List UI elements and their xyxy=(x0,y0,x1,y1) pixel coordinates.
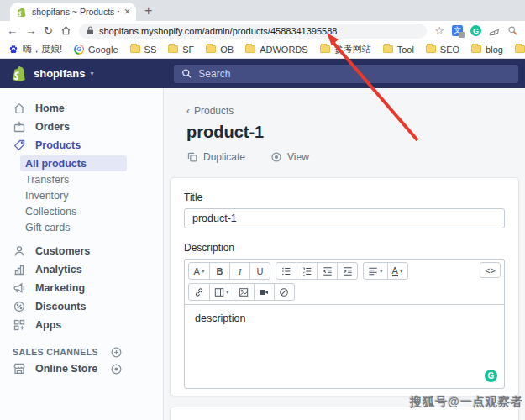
sidebar-item-products[interactable]: Products xyxy=(0,136,163,155)
browser-tab[interactable]: shopifans ~ Products ~ produ × xyxy=(10,3,136,21)
nav-label: Gift cards xyxy=(25,222,71,234)
color-label: A xyxy=(392,266,398,276)
bookmark-folder[interactable]: blog xyxy=(471,45,503,55)
folder-icon xyxy=(245,45,255,53)
nav-label: Orders xyxy=(35,121,70,133)
new-tab-button[interactable]: + xyxy=(144,4,152,18)
italic-button[interactable]: I xyxy=(229,263,249,279)
notebook-extension-icon[interactable] xyxy=(489,25,500,36)
translate-extension-icon[interactable]: 文 xyxy=(452,25,463,36)
sidebar-item-online-store[interactable]: Online Store xyxy=(0,360,163,378)
indent-button[interactable] xyxy=(337,263,357,279)
nav-label: Inventory xyxy=(25,190,68,202)
nav-label: Products xyxy=(35,139,81,151)
view-button[interactable]: View xyxy=(270,151,309,163)
products-tag-icon xyxy=(13,139,26,152)
products-subnav: All products Transfers Inventory Collect… xyxy=(0,155,163,235)
bookmark-folder[interactable]: SF xyxy=(168,45,194,55)
html-code-button[interactable]: <> xyxy=(480,262,501,278)
bookmark-folder[interactable]: SEO xyxy=(426,45,459,55)
breadcrumb[interactable]: ‹ Products xyxy=(186,105,518,117)
chevron-down-icon: ▾ xyxy=(202,268,205,275)
tab-title: shopifans ~ Products ~ produ xyxy=(32,7,119,17)
home-nav-icon xyxy=(13,102,26,115)
sidebar-item-inventory[interactable]: Inventory xyxy=(20,187,127,203)
bookmark-label: OB xyxy=(220,45,234,55)
bookmark-label: ADWORDS xyxy=(260,45,307,55)
format-dropdown[interactable]: A▾ xyxy=(189,263,209,279)
insert-image-button[interactable] xyxy=(234,284,254,300)
bookmark-folder[interactable]: Tool xyxy=(383,45,414,55)
forward-icon[interactable]: → xyxy=(25,25,36,36)
page-actions: Duplicate View xyxy=(186,150,518,163)
search-input[interactable] xyxy=(198,68,511,80)
clear-formatting-button[interactable] xyxy=(274,284,294,300)
bookmark-folder[interactable]: ADWORDS xyxy=(245,45,307,55)
numbered-list-button[interactable] xyxy=(297,263,317,279)
bookmark-folder[interactable]: SS xyxy=(130,45,157,55)
sidebar-item-discounts[interactable]: Discounts xyxy=(0,297,163,316)
tab-close-icon[interactable]: × xyxy=(124,7,130,17)
sidebar-item-analytics[interactable]: Analytics xyxy=(0,260,163,279)
search-extension-icon[interactable] xyxy=(507,25,518,36)
view-store-eye-icon[interactable] xyxy=(110,363,123,375)
sidebar-item-customers[interactable]: Customers xyxy=(0,242,163,260)
nav-label: Online Store xyxy=(35,363,97,375)
align-dropdown[interactable]: ▾ xyxy=(364,263,387,279)
sidebar-item-orders[interactable]: Orders xyxy=(0,118,163,136)
grammarly-extension-icon[interactable]: G xyxy=(470,25,481,36)
bold-button[interactable]: B xyxy=(209,263,229,279)
sidebar-item-marketing[interactable]: Marketing xyxy=(0,279,163,297)
shopify-logo-icon xyxy=(11,65,27,82)
title-field-label: Title xyxy=(184,192,505,203)
sidebar-item-collections[interactable]: Collections xyxy=(20,203,127,219)
store-name: shopifans xyxy=(34,67,85,80)
bookmark-label: Google xyxy=(88,45,118,55)
insert-table-dropdown[interactable]: ▾ xyxy=(209,284,234,300)
folder-icon xyxy=(168,45,178,53)
analytics-icon xyxy=(13,263,26,276)
text-color-dropdown[interactable]: A▾ xyxy=(387,263,407,279)
sidebar-item-home[interactable]: Home xyxy=(0,99,163,118)
store-switcher[interactable]: shopifans ▾ xyxy=(0,65,164,82)
home-icon[interactable] xyxy=(60,25,71,36)
bookmarks-bar: 嗨，度娘! G Google SS SF OB ADWORDS 参考网站 Too… xyxy=(0,40,525,59)
insert-link-button[interactable] xyxy=(189,284,209,300)
duplicate-button[interactable]: Duplicate xyxy=(186,151,245,163)
bookmark-folder[interactable]: KOL xyxy=(515,45,525,55)
indent-icon xyxy=(343,266,353,276)
bookmark-folder[interactable]: 参考网站 xyxy=(320,43,371,55)
chevron-down-icon: ▾ xyxy=(226,289,229,296)
underline-button[interactable]: U xyxy=(249,263,270,279)
description-editor-body[interactable]: description G xyxy=(185,304,504,388)
bookmark-folder[interactable]: OB xyxy=(206,45,234,55)
numbered-list-icon xyxy=(302,266,312,276)
address-bar[interactable]: shopifans.myshopify.com/admin/products/4… xyxy=(79,24,427,39)
sidebar-item-gift-cards[interactable]: Gift cards xyxy=(20,219,127,235)
breadcrumb-label: Products xyxy=(194,105,234,117)
add-sales-channel-icon[interactable] xyxy=(110,346,123,359)
bullet-list-button[interactable] xyxy=(276,263,297,279)
sidebar-item-all-products[interactable]: All products xyxy=(20,155,127,171)
bookmark-label: 嗨，度娘! xyxy=(23,43,62,55)
admin-search[interactable] xyxy=(174,65,518,83)
sidebar-item-apps[interactable]: Apps xyxy=(0,316,163,334)
folder-icon xyxy=(426,45,436,53)
refresh-icon[interactable]: ↻ xyxy=(44,25,53,36)
title-input[interactable] xyxy=(184,208,505,228)
grammarly-badge-icon[interactable]: G xyxy=(485,370,497,382)
bookmark-google[interactable]: G Google xyxy=(74,45,118,55)
editor-toolbar-row2: ▾ xyxy=(185,280,504,304)
outdent-button[interactable] xyxy=(317,263,337,279)
bookmark-label: blog xyxy=(486,45,503,55)
clear-formatting-icon xyxy=(279,287,289,297)
bookmark-baidu[interactable]: 嗨，度娘! xyxy=(8,43,62,55)
back-icon[interactable]: ← xyxy=(7,25,18,36)
apps-grid-icon xyxy=(13,318,26,332)
shopify-topbar: shopifans ▾ xyxy=(0,59,525,88)
chevron-down-icon: ▾ xyxy=(380,268,383,275)
bookmark-star-icon[interactable]: ☆ xyxy=(434,25,444,36)
insert-video-button[interactable] xyxy=(254,284,274,300)
sidebar-item-transfers[interactable]: Transfers xyxy=(20,171,127,187)
editor-toolbar-row1: A▾ B I U ▾ A▾ xyxy=(185,260,504,280)
